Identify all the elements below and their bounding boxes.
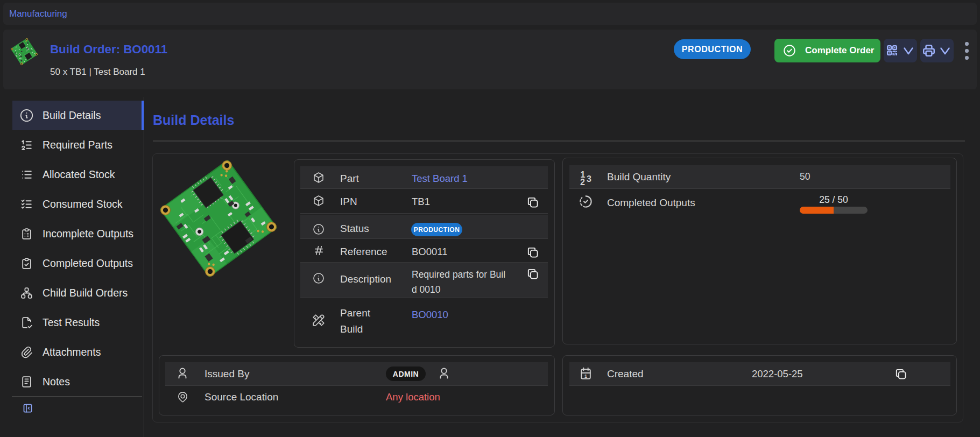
- svg-text:3: 3: [587, 174, 591, 184]
- svg-text:1: 1: [584, 373, 587, 379]
- svg-text:2: 2: [580, 178, 585, 186]
